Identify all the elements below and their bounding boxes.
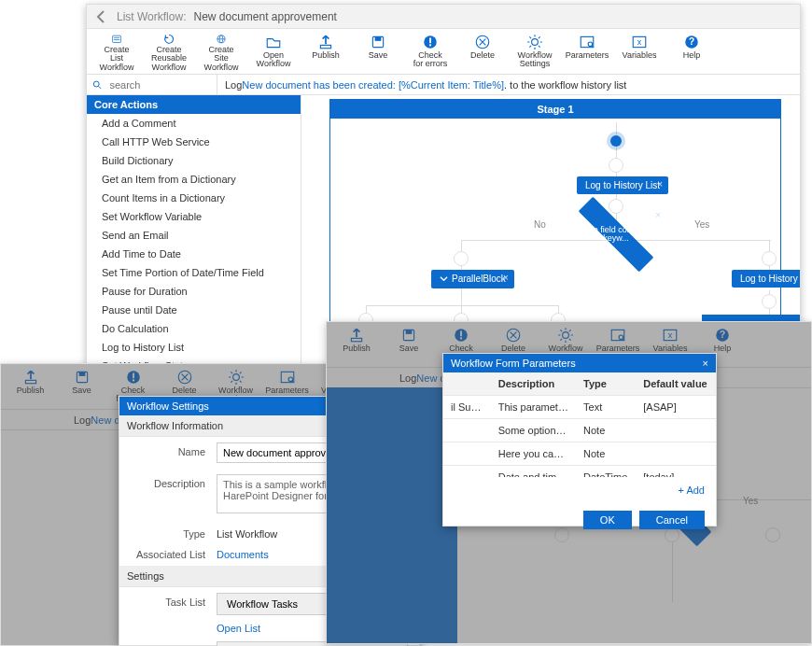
dialog-title: Workflow Form Parameters × [443, 354, 716, 372]
condition-node[interactable]: Title field contains keyw... × [573, 216, 659, 253]
sidebar-action-item[interactable]: Call HTTP Web Service [87, 133, 301, 151]
sidebar-action-item[interactable]: Add a Comment [87, 114, 301, 133]
svg-point-10 [429, 44, 431, 46]
branch-no-label: No [534, 219, 546, 230]
label-type: Type [131, 525, 205, 540]
log-history-node-2[interactable]: Log to History List× [732, 270, 800, 288]
parameters[interactable]: Parameters [563, 33, 611, 72]
search-cell[interactable] [87, 75, 217, 94]
sidebar-action-item[interactable]: Set Workflow Variable [87, 207, 301, 226]
table-row[interactable]: Here you can sp...Note [443, 442, 716, 466]
open-workflow[interactable]: OpenWorkflow [249, 33, 298, 72]
cancel-button[interactable]: Cancel [639, 511, 705, 529]
current-action-text: Log New document has been created: [%Cur… [217, 75, 800, 94]
connector-dot[interactable] [454, 251, 469, 266]
label-name: Name [131, 442, 205, 457]
table-header: Description [491, 372, 576, 396]
main-window: List Workflow: New document approvement … [86, 4, 801, 368]
workflow-settings[interactable]: WorkflowSettings [511, 33, 559, 72]
ok-button[interactable]: OK [583, 511, 632, 529]
connector-dot[interactable] [762, 294, 777, 309]
help[interactable]: ?Help [667, 33, 716, 72]
parameters-table: DescriptionTypeDefault value il SubjectT… [443, 372, 716, 477]
svg-rect-8 [375, 36, 382, 41]
associated-list-link[interactable]: Documents [217, 545, 269, 560]
log-token[interactable]: New document has been created: [%Current… [242, 79, 504, 91]
sidebar-action-item[interactable]: Do Calculation [87, 319, 301, 338]
publish[interactable]: Publish [301, 33, 350, 72]
connector-dot[interactable] [609, 199, 623, 214]
sidebar-action-item[interactable]: Send an Email [87, 226, 301, 245]
branch-yes-label: Yes [694, 219, 709, 230]
table-row[interactable]: Some optional c...Note [443, 419, 716, 442]
label-associated: Associated List [131, 545, 205, 560]
svg-point-19 [93, 81, 99, 87]
svg-line-20 [99, 86, 102, 89]
label-history: History List [131, 641, 205, 646]
sidebar-action-item[interactable]: Add Time to Date [87, 245, 301, 263]
connector-dot[interactable] [762, 251, 777, 266]
save[interactable]: Save [354, 33, 402, 72]
action-row: Log New document has been created: [%Cur… [87, 75, 800, 95]
create-list-workflow[interactable]: CreateList Workflow [92, 33, 141, 72]
stage-title[interactable]: Stage 1 [330, 100, 780, 119]
page-title: New document approvement [193, 10, 336, 23]
sidebar-header: Core Actions [87, 95, 301, 114]
table-header: Type [576, 372, 636, 396]
svg-point-14 [588, 42, 593, 47]
sidebar-action-item[interactable]: Pause for Duration [87, 282, 301, 301]
sidebar-action-item[interactable]: Pause until Date [87, 301, 301, 319]
title-prefix: List Workflow: [117, 10, 186, 23]
svg-point-12 [532, 39, 539, 46]
sidebar-action-item[interactable]: Count Items in a Dictionary [87, 189, 301, 207]
connector-dot[interactable] [609, 158, 623, 173]
add-parameter-link[interactable]: + Add [443, 477, 716, 503]
label-tasklist: Task List [131, 593, 205, 608]
sidebar-action-item[interactable]: Get an Item from a Dictionary [87, 170, 301, 189]
svg-rect-6 [320, 45, 330, 48]
check-for-errors[interactable]: Checkfor errors [406, 33, 455, 72]
type-value: List Workflow [217, 525, 277, 540]
table-header [443, 372, 491, 396]
close-icon[interactable]: × [655, 210, 661, 220]
start-node[interactable] [610, 135, 622, 147]
create-site-workflow[interactable]: CreateSite Workflow [197, 33, 245, 72]
back-icon[interactable] [94, 9, 109, 24]
sidebar-action-item[interactable]: Set Time Portion of Date/Time Field [87, 263, 301, 282]
ribbon: CreateList WorkflowCreateReusable Workfl… [87, 29, 800, 75]
variables[interactable]: xVariables [615, 33, 664, 72]
chevron-down-icon [440, 274, 448, 283]
search-icon [92, 79, 102, 91]
titlebar: List Workflow: New document approvement [87, 5, 800, 29]
svg-text:?: ? [689, 36, 694, 47]
sidebar-action-item[interactable]: Log to History List [87, 338, 301, 357]
search-input[interactable] [107, 78, 211, 91]
table-row[interactable]: Date and time fo...DateTime[today] [443, 466, 716, 478]
close-icon[interactable]: × [503, 273, 509, 283]
table-row[interactable]: il SubjectThis parameter w...Text[ASAP] [443, 396, 716, 419]
parallel-block-node[interactable]: ParallelBlock× [431, 270, 514, 288]
sidebar-action-item[interactable]: Build Dictionary [87, 151, 301, 170]
table-header: Default value [636, 372, 716, 396]
close-icon[interactable]: × [703, 358, 708, 369]
log-history-node[interactable]: Log to History List× [577, 176, 668, 194]
delete[interactable]: Delete [458, 33, 507, 72]
form-parameters-dialog: Workflow Form Parameters × DescriptionTy… [442, 353, 717, 527]
svg-text:x: x [637, 37, 642, 47]
create-reusable-workflow[interactable]: CreateReusable Workflow [145, 33, 193, 72]
label-description: Description [131, 474, 205, 489]
svg-rect-0 [113, 35, 121, 42]
close-icon[interactable]: × [657, 179, 663, 190]
actions-sidebar: Core Actions Add a CommentCall HTTP Web … [87, 95, 301, 368]
